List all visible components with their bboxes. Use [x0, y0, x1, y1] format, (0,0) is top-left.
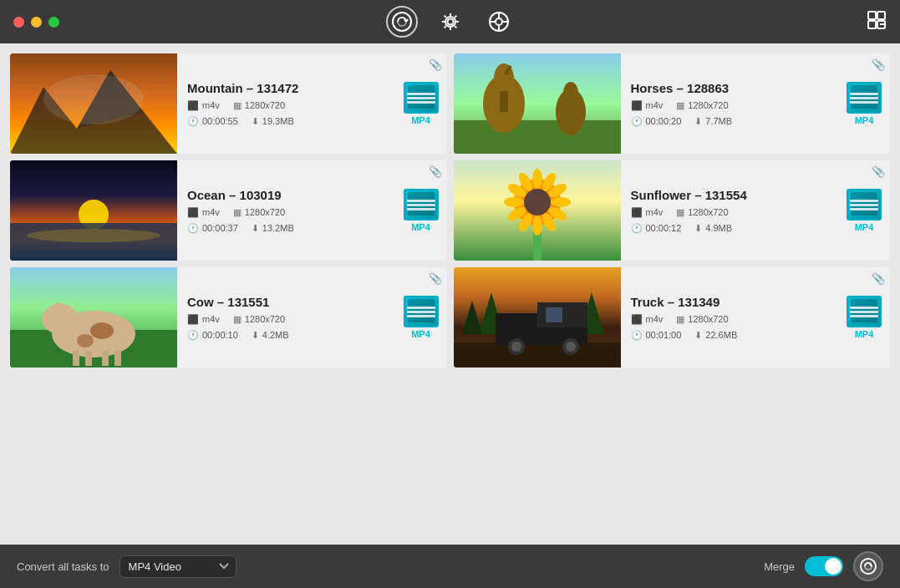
- convert-button[interactable]: [853, 551, 883, 581]
- download-icon-truck: ⬇: [694, 330, 702, 341]
- format-icon-inner-mountain: [407, 93, 435, 104]
- clip-icon-ocean[interactable]: 📎: [429, 165, 442, 178]
- svg-rect-56: [114, 351, 121, 366]
- resolution-icon-mountain: ▦: [233, 100, 242, 111]
- svg-rect-9: [868, 12, 876, 19]
- resolution-value-horses: 1280x720: [688, 100, 728, 110]
- meta-row1-ocean: ⬛ m4v ▦ 1280x720: [187, 207, 437, 218]
- format-icon-horses: ⬛: [631, 100, 643, 111]
- format-meta-horses: ⬛ m4v: [631, 100, 664, 111]
- clip-icon-horses[interactable]: 📎: [872, 58, 885, 71]
- duration-meta-truck: 🕐 00:01:00: [631, 330, 682, 341]
- resolution-value-truck: 1280x720: [688, 314, 728, 324]
- format-badge-cow[interactable]: MP4: [404, 296, 439, 339]
- traffic-lights: [13, 17, 59, 28]
- svg-rect-55: [102, 351, 109, 366]
- duration-meta-cow: 🕐 00:00:10: [187, 330, 238, 341]
- svg-point-51: [90, 322, 114, 339]
- resolution-value-ocean: 1280x720: [245, 207, 285, 217]
- video-title-cow: Cow – 131551: [187, 295, 437, 309]
- svg-point-50: [52, 302, 65, 319]
- format-icon-badge-mountain: [404, 82, 439, 114]
- video-item-cow: Cow – 131551 ⬛ m4v ▦ 1280x720 🕐 00:00:10…: [10, 267, 447, 368]
- maximize-button[interactable]: [48, 17, 59, 28]
- format-badge-sunflower[interactable]: MP4: [847, 189, 882, 232]
- resolution-meta-ocean: ▦ 1280x720: [233, 207, 285, 218]
- resolution-meta-mountain: ▦ 1280x720: [233, 100, 285, 111]
- video-title-ocean: Ocean – 103019: [187, 188, 437, 202]
- format-meta-mountain: ⬛ m4v: [187, 100, 220, 111]
- svg-point-66: [511, 342, 521, 352]
- film-line2-truck: [850, 311, 878, 313]
- nav-icons: [386, 6, 515, 38]
- titlebar-right: [867, 10, 887, 34]
- format-meta-ocean: ⬛ m4v: [187, 207, 220, 218]
- svg-rect-19: [454, 120, 621, 154]
- resolution-value-mountain: 1280x720: [245, 100, 285, 110]
- film-line3-ocean: [407, 208, 435, 210]
- film-line1-cow: [407, 307, 435, 309]
- clip-icon-mountain[interactable]: 📎: [429, 58, 442, 71]
- video-title-mountain: Mountain – 131472: [187, 81, 437, 95]
- clip-icon-truck[interactable]: 📎: [872, 272, 885, 285]
- video-grid: Mountain – 131472 ⬛ m4v ▦ 1280x720 🕐 00:…: [10, 53, 890, 368]
- format-icon-inner-ocean: [407, 200, 435, 210]
- main-content: Mountain – 131472 ⬛ m4v ▦ 1280x720 🕐 00:…: [0, 43, 900, 545]
- media-nav-icon[interactable]: [483, 6, 515, 38]
- titlebar: [0, 0, 900, 43]
- clip-icon-cow[interactable]: 📎: [429, 272, 442, 285]
- format-icon-cow: ⬛: [187, 314, 199, 325]
- video-title-truck: Truck – 131349: [631, 295, 881, 309]
- grid-view-button[interactable]: [867, 10, 887, 34]
- size-value-ocean: 13.2MB: [262, 223, 294, 233]
- svg-point-69: [861, 559, 876, 574]
- film-line1-horses: [850, 93, 878, 95]
- size-meta-horses: ⬇ 7.7MB: [694, 116, 732, 127]
- format-icon-sunflower: ⬛: [631, 207, 643, 218]
- resolution-meta-sunflower: ▦ 1280x720: [676, 207, 728, 218]
- thumbnail-sunflower: [454, 160, 621, 261]
- format-value-cow: m4v: [202, 314, 220, 324]
- size-meta-cow: ⬇ 4.2MB: [252, 330, 289, 341]
- clock-icon-horses: 🕐: [631, 116, 643, 127]
- size-value-sunflower: 4.9MB: [705, 223, 732, 233]
- format-select[interactable]: MP4 VideoMOV VideoAVI VideoMKV VideoM4V …: [119, 555, 236, 578]
- size-meta-mountain: ⬇ 19.3MB: [252, 116, 294, 127]
- duration-value-cow: 00:00:10: [202, 330, 238, 340]
- format-value-ocean: m4v: [202, 207, 220, 217]
- format-label-horses: MP4: [855, 115, 874, 125]
- film-line1-sunflower: [850, 200, 878, 202]
- svg-rect-10: [877, 12, 885, 19]
- settings-nav-icon[interactable]: [435, 6, 466, 38]
- resolution-value-sunflower: 1280x720: [688, 207, 728, 217]
- convert-label: Convert all tasks to: [17, 560, 109, 573]
- video-title-horses: Horses – 128863: [631, 81, 881, 95]
- film-line3-mountain: [407, 101, 435, 104]
- duration-meta-horses: 🕐 00:00:20: [631, 116, 682, 127]
- format-badge-truck[interactable]: MP4: [847, 296, 882, 339]
- merge-toggle[interactable]: [805, 556, 843, 576]
- meta-row1-truck: ⬛ m4v ▦ 1280x720: [631, 314, 881, 325]
- convert-nav-icon[interactable]: [386, 6, 418, 38]
- clip-icon-sunflower[interactable]: 📎: [872, 165, 885, 178]
- film-line2-ocean: [407, 204, 435, 206]
- format-badge-ocean[interactable]: MP4: [404, 189, 439, 232]
- minimize-button[interactable]: [31, 17, 42, 28]
- format-label-ocean: MP4: [411, 222, 430, 232]
- svg-point-17: [43, 74, 144, 124]
- close-button[interactable]: [13, 17, 24, 28]
- video-item-horses: Horses – 128863 ⬛ m4v ▦ 1280x720 🕐 00:00…: [454, 53, 891, 154]
- meta-row2-horses: 🕐 00:00:20 ⬇ 7.7MB: [631, 116, 881, 127]
- duration-value-ocean: 00:00:37: [202, 223, 238, 233]
- thumbnail-mountain: [10, 53, 177, 154]
- svg-point-68: [566, 342, 576, 352]
- svg-point-52: [77, 334, 94, 347]
- thumbnail-ocean: [10, 160, 177, 261]
- format-badge-mountain[interactable]: MP4: [404, 82, 439, 125]
- meta-row1-sunflower: ⬛ m4v ▦ 1280x720: [631, 207, 881, 218]
- svg-point-34: [532, 169, 542, 189]
- film-line3-cow: [407, 315, 435, 317]
- format-meta-sunflower: ⬛ m4v: [631, 207, 664, 218]
- format-badge-horses[interactable]: MP4: [847, 82, 882, 125]
- thumbnail-cow: [10, 267, 177, 368]
